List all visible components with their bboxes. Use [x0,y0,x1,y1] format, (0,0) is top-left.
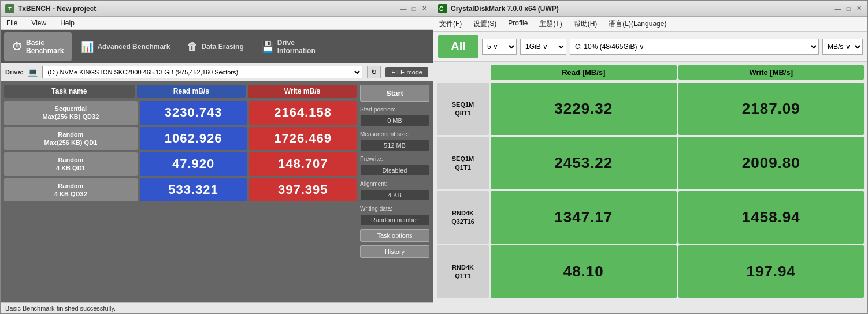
prewrite-label: Prewrite: [360,156,429,162]
write-val-3: 397.395 [249,178,357,202]
read-val-3: 533.321 [140,178,247,202]
cdm-write-3: 197.94 [678,245,865,298]
task-name-0: SequentialMax(256 KB) QD32 [4,101,138,125]
start-button[interactable]: Start [360,85,429,102]
task-name-2: Random4 KB QD1 [4,152,138,176]
menu-view[interactable]: View [28,18,50,28]
writing-data-value: Random number [360,214,429,226]
results-panel: Task name Read mB/s Write mB/s Sequentia… [4,85,357,299]
task-name-3: Random4 KB QD32 [4,178,138,202]
drive-row: Drive: 💻 (C:) NVMe KINGSTON SKC2000 465.… [1,63,433,81]
txbench-menubar: File View Help [1,17,433,30]
menu-help[interactable]: Help [57,18,78,28]
start-pos-label: Start position: [360,106,429,113]
cdm-write-1: 2009.80 [678,137,865,189]
cdm-controls: All 5 ∨ 1GiB ∨ C: 10% (48/465GiB) ∨ MB/s… [433,32,867,62]
cdm-title: CrystalDiskMark 7.0.0 x64 (UWP) [451,5,559,13]
cdm-menu-file[interactable]: 文件(F) [436,18,465,30]
tab-basic-benchmark[interactable]: ⏱ BasicBenchmark [4,32,72,61]
refresh-button[interactable]: ↻ [367,66,381,78]
start-pos-value: 0 MB [360,115,429,126]
file-mode-button[interactable]: FILE mode [385,67,428,77]
cdm-menu-profile[interactable]: Profile [505,18,531,30]
size-select[interactable]: 1GiB ∨ [520,39,566,55]
cdm-read-1: 2453.22 [491,137,677,189]
task-options-button[interactable]: Task options [360,229,429,242]
write-val-0: 2164.158 [249,101,357,125]
read-val-0: 3230.743 [140,101,247,125]
write-val-1: 1726.469 [249,127,357,151]
read-header: Read mB/s [137,85,246,98]
table-row: Random4 KB QD32 533.321 397.395 [4,178,357,202]
cdm-row-label-3: RND4KQ1T1 [437,245,489,298]
txbench-icon: T [5,4,14,13]
alignment-value: 4 KB [360,189,429,201]
close-button[interactable]: ✕ [420,5,428,13]
side-panel: Start Start position: 0 MB Measurement s… [360,85,429,299]
data-erasing-icon: 🗑 [187,41,198,53]
table-row: Random4 KB QD1 47.920 148.707 [4,152,357,176]
tab-drive-information[interactable]: 💾 DriveInformation [253,32,324,61]
tab-advanced-label: Advanced Benchmark [97,43,170,51]
cdm-minimize-button[interactable]: — [834,5,842,13]
results-header: Task name Read mB/s Write mB/s [4,85,357,98]
history-button[interactable]: History [360,245,429,258]
cdm-maximize-button[interactable]: □ [844,5,852,13]
txbench-toolbar: ⏱ BasicBenchmark 📊 Advanced Benchmark 🗑 … [1,30,433,63]
maximize-button[interactable]: □ [410,5,418,13]
cdm-header-row: Read [MB/s] Write [MB/s] [437,65,864,80]
cdm-write-2: 1458.94 [678,191,865,244]
num-select[interactable]: 5 ∨ [482,39,517,55]
cdm-read-2: 1347.17 [491,191,677,244]
status-bar: Basic Benchmark finished successfully. [1,302,433,313]
read-val-1: 1062.926 [140,127,247,151]
tab-data-erasing[interactable]: 🗑 Data Erasing [179,32,251,61]
table-row: SEQ1MQ8T1 3229.32 2187.09 [437,83,864,135]
cdm-write-header: Write [MB/s] [678,65,865,80]
table-row: SEQ1MQ1T1 2453.22 2009.80 [437,137,864,189]
svg-text:C: C [439,6,443,12]
table-row: RandomMax(256 KB) QD1 1062.926 1726.469 [4,127,357,151]
cdm-menubar: 文件(F) 设置(S) Profile 主题(T) 帮助(H) 语言(L)(La… [433,17,867,32]
drive-select[interactable]: (C:) NVMe KINGSTON SKC2000 465.13 GB (97… [42,66,362,78]
measurement-value: 512 MB [360,140,429,151]
txbench-title: TxBENCH - New project [18,5,96,13]
window-controls: — □ ✕ [399,5,428,13]
cdm-app-icon: C [438,4,447,13]
tab-advanced-benchmark[interactable]: 📊 Advanced Benchmark [73,32,178,61]
cdm-label-spacer [437,65,489,80]
txbench-titlebar: T TxBENCH - New project — □ ✕ [1,1,433,17]
cdm-menu-settings[interactable]: 设置(S) [470,18,500,30]
cdm-empty-row [437,300,864,310]
drive-label: Drive: [5,69,23,76]
table-row: RND4KQ32T16 1347.17 1458.94 [437,191,864,244]
cdm-row-label-0: SEQ1MQ8T1 [437,83,489,135]
tab-erasing-label: Data Erasing [201,43,243,51]
basic-benchmark-icon: ⏱ [12,41,23,53]
cdm-menu-language[interactable]: 语言(L)(Language) [605,18,670,30]
prewrite-value: Disabled [360,165,429,176]
drive-path-select[interactable]: C: 10% (48/465GiB) ∨ [570,39,819,55]
minimize-button[interactable]: — [399,5,407,13]
advanced-benchmark-icon: 📊 [81,40,94,53]
tab-basic-label: BasicBenchmark [26,39,64,55]
read-val-2: 47.920 [140,152,247,176]
all-button[interactable]: All [438,35,478,58]
table-row: SequentialMax(256 KB) QD32 3230.743 2164… [4,101,357,125]
cdm-close-button[interactable]: ✕ [855,5,863,13]
menu-file[interactable]: File [3,18,21,28]
drive-info-icon: 💾 [261,40,274,53]
measurement-label: Measurement size: [360,131,429,137]
task-header: Task name [4,85,135,98]
unit-select[interactable]: MB/s ∨ [822,39,863,55]
cdm-window-controls: — □ ✕ [834,5,863,13]
cdm-row-label-2: RND4KQ32T16 [437,191,489,244]
cdm-window: C CrystalDiskMark 7.0.0 x64 (UWP) — □ ✕ … [433,0,868,314]
txbench-main: Task name Read mB/s Write mB/s Sequentia… [1,81,433,302]
drive-type-icon: 💻 [28,68,38,77]
tab-drive-label: DriveInformation [277,39,316,55]
alignment-label: Alignment: [360,181,429,187]
cdm-menu-help[interactable]: 帮助(H) [570,18,601,30]
cdm-menu-theme[interactable]: 主题(T) [536,18,565,30]
status-text: Basic Benchmark finished successfully. [5,305,116,312]
